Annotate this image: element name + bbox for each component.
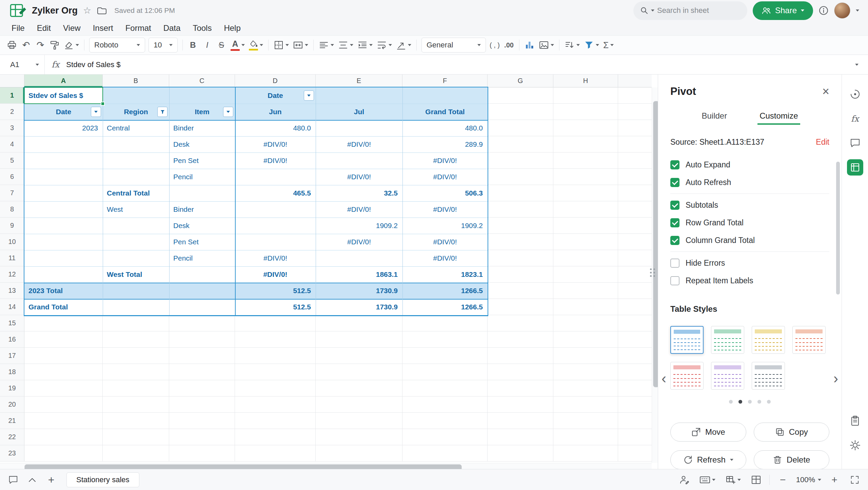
expand-formula-bar-icon[interactable] xyxy=(855,64,859,66)
row-header-15[interactable]: 15 xyxy=(0,315,24,331)
cell-G16[interactable] xyxy=(488,331,553,348)
print-button[interactable] xyxy=(5,38,19,53)
column-header-D[interactable]: D xyxy=(235,75,316,87)
row-header-18[interactable]: 18 xyxy=(0,364,24,380)
bold-button[interactable]: B xyxy=(186,38,200,53)
cell-A9[interactable] xyxy=(24,218,103,234)
cell-C11[interactable]: Pencil xyxy=(169,250,235,266)
cell-F18[interactable] xyxy=(402,364,488,380)
row-header-3[interactable]: 3 xyxy=(0,120,24,136)
share-button[interactable]: Share xyxy=(753,1,813,20)
cell-B18[interactable] xyxy=(103,364,169,380)
cell-H9[interactable] xyxy=(553,218,618,234)
cell-E21[interactable] xyxy=(316,413,402,429)
cell-H6[interactable] xyxy=(553,169,618,185)
cell-E12[interactable]: 1863.1 xyxy=(316,266,402,283)
cell-E13[interactable]: 1730.9 xyxy=(316,283,402,299)
clear-format-button[interactable] xyxy=(62,38,81,53)
insert-chart-button[interactable] xyxy=(522,38,537,53)
cell-F10[interactable]: #DIV/0! xyxy=(402,234,488,250)
italic-button[interactable]: I xyxy=(200,38,214,53)
cell-partial[interactable] xyxy=(618,315,652,331)
option-row-grand-total[interactable]: Row Grand Total xyxy=(670,214,829,231)
filter-button[interactable] xyxy=(582,38,601,53)
app-logo-icon[interactable] xyxy=(9,2,26,19)
cell-partial[interactable] xyxy=(618,429,652,445)
wrap-text-button[interactable] xyxy=(375,38,394,53)
cell-partial[interactable] xyxy=(618,218,652,234)
cell-C17[interactable] xyxy=(169,348,235,364)
zoom-out-button[interactable]: − xyxy=(776,472,790,487)
cell-A20[interactable] xyxy=(24,396,103,413)
cell-E4[interactable]: #DIV/0! xyxy=(316,136,402,152)
cell-E6[interactable]: #DIV/0! xyxy=(316,169,402,185)
cell-A5[interactable] xyxy=(24,152,103,169)
font-size-select[interactable]: 10 xyxy=(149,38,178,53)
cell-partial[interactable] xyxy=(618,348,652,364)
table-style-blue[interactable] xyxy=(670,326,704,354)
row-header-4[interactable]: 4 xyxy=(0,136,24,152)
cell-partial[interactable] xyxy=(618,299,652,315)
thousands-separator-button[interactable]: ( , ) xyxy=(488,38,502,53)
row-header-23[interactable]: 23 xyxy=(0,445,24,462)
cell-E11[interactable] xyxy=(316,250,402,266)
cell-D9[interactable] xyxy=(235,218,316,234)
cell-D19[interactable] xyxy=(235,380,316,396)
cell-partial[interactable] xyxy=(618,364,652,380)
cell-C4[interactable]: Desk xyxy=(169,136,235,152)
cell-H12[interactable] xyxy=(553,266,618,283)
cell-E9[interactable]: 1909.2 xyxy=(316,218,402,234)
collaborators-button[interactable] xyxy=(677,472,691,487)
fullscreen-button[interactable] xyxy=(848,472,862,487)
option-hide-errors[interactable]: Hide Errors xyxy=(670,254,829,272)
number-format-select[interactable]: General xyxy=(421,38,486,53)
cell-B7[interactable]: Central Total xyxy=(103,185,169,201)
cell-G23[interactable] xyxy=(488,445,553,462)
cell-F12[interactable]: 1823.1 xyxy=(402,266,488,283)
row-header-10[interactable]: 10 xyxy=(0,234,24,250)
cell-F1[interactable] xyxy=(402,87,488,104)
horizontal-align-button[interactable] xyxy=(317,38,336,53)
row-header-7[interactable]: 7 xyxy=(0,185,24,201)
cell-D2[interactable]: Jun xyxy=(235,104,316,120)
column-header-G[interactable]: G xyxy=(488,75,553,87)
cell-partial[interactable] xyxy=(618,413,652,429)
cell-D3[interactable]: 480.0 xyxy=(235,120,316,136)
cell-B17[interactable] xyxy=(103,348,169,364)
cell-F13[interactable]: 1266.5 xyxy=(402,283,488,299)
cell-B3[interactable]: Central xyxy=(103,120,169,136)
cell-H3[interactable] xyxy=(553,120,618,136)
cell-B14[interactable] xyxy=(103,299,169,315)
cell-F23[interactable] xyxy=(402,445,488,462)
cell-G7[interactable] xyxy=(488,185,553,201)
sheet-list-button[interactable] xyxy=(25,472,39,487)
keyboard-shortcuts-button[interactable] xyxy=(697,472,717,487)
menu-view[interactable]: View xyxy=(57,21,87,35)
cell-F14[interactable]: 1266.5 xyxy=(402,299,488,315)
style-page-dot-5[interactable] xyxy=(767,400,771,404)
row-header-11[interactable]: 11 xyxy=(0,250,24,266)
strikethrough-button[interactable]: S xyxy=(214,38,229,53)
menu-help[interactable]: Help xyxy=(218,21,246,35)
cell-A21[interactable] xyxy=(24,413,103,429)
text-color-button[interactable]: A xyxy=(229,38,247,53)
functions-panel-button[interactable]: fx xyxy=(847,110,863,127)
row-header-22[interactable]: 22 xyxy=(0,429,24,445)
cell-D7[interactable]: 465.5 xyxy=(235,185,316,201)
cell-H8[interactable] xyxy=(553,201,618,218)
cell-C14[interactable] xyxy=(169,299,235,315)
tab-customize[interactable]: Customize xyxy=(757,111,800,125)
borders-button[interactable] xyxy=(272,38,291,53)
cell-H22[interactable] xyxy=(553,429,618,445)
cell-B20[interactable] xyxy=(103,396,169,413)
cell-A16[interactable] xyxy=(24,331,103,348)
checkbox-checked-icon[interactable] xyxy=(670,218,679,227)
style-page-dot-2[interactable] xyxy=(738,400,742,404)
insert-view-button[interactable] xyxy=(724,472,743,487)
cell-H2[interactable] xyxy=(553,104,618,120)
cell-B19[interactable] xyxy=(103,380,169,396)
cell-D1[interactable]: Date xyxy=(235,87,316,104)
cell-A19[interactable] xyxy=(24,380,103,396)
cell-D18[interactable] xyxy=(235,364,316,380)
cell-G15[interactable] xyxy=(488,315,553,331)
